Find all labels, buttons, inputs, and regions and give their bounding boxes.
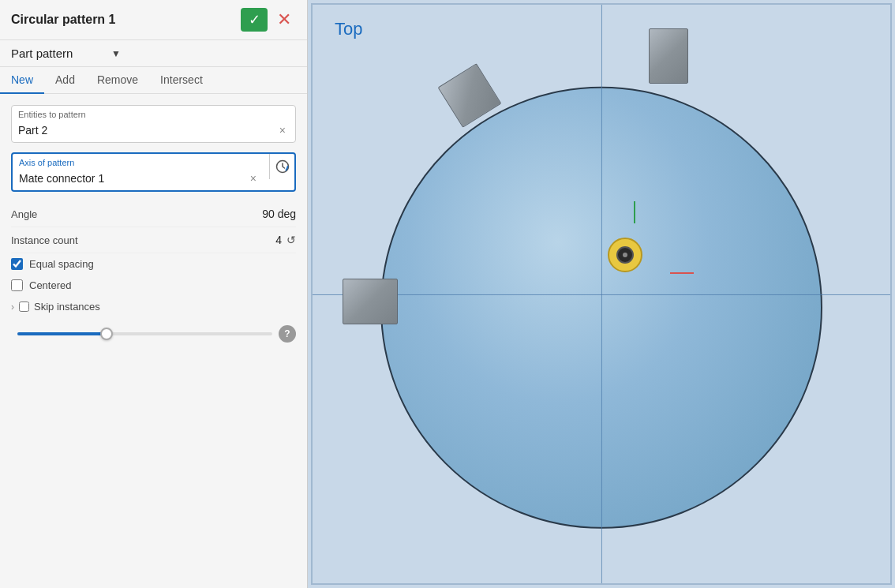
axis-clock-icon[interactable] [269, 154, 294, 179]
part-pattern-dropdown[interactable]: Part pattern Feature pattern Face patter… [11, 47, 108, 60]
axis-field-content: Axis of pattern Mate connector 1 × [13, 154, 266, 190]
mate-outer-ring [608, 238, 642, 272]
slider-fill [17, 332, 107, 335]
equal-spacing-label: Equal spacing [29, 258, 94, 270]
dropdown-arrow-icon: ▼ [111, 48, 121, 59]
xmark-icon: ✕ [277, 9, 291, 30]
skip-instances-label: Skip instances [34, 301, 100, 313]
clock-icon-svg [275, 159, 290, 174]
dropdown-row: Part pattern Feature pattern Face patter… [0, 40, 307, 67]
instance-count-row: Instance count 4 ↺ [11, 227, 296, 253]
slider-row: ? [11, 317, 296, 346]
entities-input-row: Part 2 × [12, 121, 295, 142]
mate-inner-ring [616, 246, 634, 264]
centered-label: Centered [29, 279, 71, 291]
slider-track[interactable] [17, 332, 272, 335]
skip-instances-row: › Skip instances [11, 296, 296, 317]
entities-clear-button[interactable]: × [276, 122, 289, 138]
axis-value: Mate connector 1 [19, 172, 247, 185]
cancel-button[interactable]: ✕ [272, 8, 296, 32]
angle-label: Angle [11, 208, 37, 220]
part-left [343, 279, 398, 324]
mate-connector [608, 238, 642, 272]
left-panel: Circular pattern 1 ✓ ✕ Part pattern Feat… [0, 0, 308, 588]
axis-green-line [634, 201, 635, 223]
part-top [649, 28, 688, 84]
equal-spacing-row: Equal spacing [11, 253, 296, 275]
tab-add[interactable]: Add [44, 67, 86, 94]
axis-clear-button[interactable]: × [247, 170, 260, 186]
crosshair-vertical [601, 5, 602, 583]
panel-title: Circular pattern 1 [11, 13, 115, 27]
axis-of-pattern-field: Axis of pattern Mate connector 1 × [11, 152, 296, 192]
help-icon[interactable]: ? [279, 325, 296, 343]
instance-count-label: Instance count [11, 234, 78, 246]
entities-label: Entities to pattern [12, 106, 295, 121]
skip-chevron-icon[interactable]: › [11, 301, 14, 313]
tab-intersect[interactable]: Intersect [149, 67, 214, 94]
mate-center-dot [623, 253, 627, 257]
axis-input-row: Mate connector 1 × [13, 169, 266, 190]
checkmark-icon: ✓ [249, 11, 260, 28]
angle-value-row: 90 deg [262, 208, 296, 220]
instance-count-value-row: 4 ↺ [275, 234, 296, 246]
centered-checkbox[interactable] [11, 279, 23, 291]
tabs-row: New Add Remove Intersect [0, 67, 307, 94]
form-body: Entities to pattern Part 2 × Axis of pat… [0, 94, 307, 588]
viewport-label: Top [335, 19, 362, 39]
panel-header: Circular pattern 1 ✓ ✕ [0, 0, 307, 40]
viewport-border: Top [311, 3, 892, 585]
entities-to-pattern-field: Entities to pattern Part 2 × [11, 105, 296, 143]
confirm-button[interactable]: ✓ [241, 8, 268, 32]
angle-value: 90 deg [262, 208, 296, 220]
viewport: Top [308, 0, 895, 588]
angle-row: Angle 90 deg [11, 201, 296, 227]
tab-new[interactable]: New [0, 67, 44, 94]
centered-row: Centered [11, 275, 296, 296]
instance-count-value: 4 [275, 234, 282, 246]
skip-instances-checkbox[interactable] [19, 301, 29, 312]
axis-label: Axis of pattern [13, 154, 266, 169]
tab-remove[interactable]: Remove [86, 67, 149, 94]
refresh-icon[interactable]: ↺ [286, 234, 296, 246]
entities-value: Part 2 [18, 124, 276, 137]
equal-spacing-checkbox[interactable] [11, 258, 23, 270]
header-actions: ✓ ✕ [241, 8, 296, 32]
slider-thumb[interactable] [100, 328, 113, 340]
axis-red-line [670, 272, 694, 274]
